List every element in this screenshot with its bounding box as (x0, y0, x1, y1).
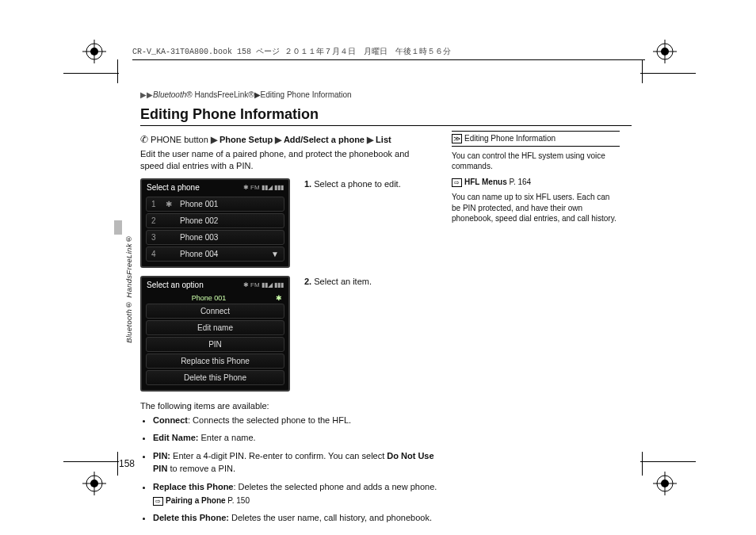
option-label: Replace this Phone (181, 357, 250, 365)
bt-icon: ✱ (166, 200, 174, 208)
running-head: ▶▶Bluetooth® HandsFreeLink®▶Editing Phon… (140, 90, 352, 99)
item-desc: Deletes the user name, call history, and… (229, 513, 432, 522)
options-list: Connect: Connects the selected phone to … (153, 414, 632, 525)
crop-br-h (640, 461, 696, 462)
register-mark-tl (82, 40, 106, 63)
list-item: Edit Name: Enter a name. (153, 431, 442, 445)
ref-page: P. 150 (227, 496, 250, 505)
breadcrumb-category-rest: ® HandsFreeLink®▶Editing Phone Informati… (186, 90, 351, 99)
note-heading: ≫Editing Phone Information (452, 131, 620, 147)
svg-point-0 (86, 44, 102, 59)
row-index: 3 (151, 233, 159, 242)
note-ref: ⇨HFL Menus P. 164 (452, 177, 620, 188)
bt-icon: ✱ (276, 294, 282, 302)
phone-row: 1✱Phone 001 (146, 197, 284, 212)
item-desc: Enter a 4-digit PIN. Re-enter to confirm… (170, 451, 387, 460)
svg-point-1 (90, 48, 98, 55)
available-heading: The following items are available: (140, 401, 632, 411)
row-label: Phone 004 (180, 250, 265, 258)
crop-tl-v (117, 59, 118, 83)
item-name: Edit Name: (153, 433, 198, 442)
reference-icon: ⇨ (452, 178, 462, 187)
option-row: Replace this Phone (146, 353, 284, 369)
step-label: Select a phone to edit. (314, 179, 400, 189)
step-1: 1. Select a phone to edit. (304, 178, 401, 190)
svg-point-5 (661, 48, 669, 55)
crop-tr-h (640, 73, 696, 74)
item-name: PIN: (153, 451, 170, 460)
step-2: 2. Select an item. (304, 276, 372, 288)
screen1-title: Select a phone (147, 183, 200, 192)
option-row: Edit name (146, 320, 284, 335)
screen2-subhead: Phone 001 (192, 294, 227, 302)
note-paragraph: You can name up to six HFL users. Each c… (452, 192, 620, 224)
scroll-down-icon: ▼ (271, 250, 279, 258)
intro-text: Edit the user name of a paired phone, an… (140, 148, 433, 172)
row-index: 1 (151, 200, 159, 208)
phone-row: 4Phone 004▼ (146, 246, 284, 262)
note-symbol-icon: ≫ (452, 134, 462, 143)
screen-select-phone: Select a phone ✱ FM ▮▮◢ ▮▮▮ 1✱Phone 001 … (140, 178, 290, 268)
note-title: Editing Phone Information (464, 134, 556, 143)
register-mark-tr (653, 40, 677, 63)
svg-point-9 (90, 480, 98, 487)
list-item: Connect: Connects the selected phone to … (153, 414, 442, 427)
item-name: Replace this Phone (153, 482, 233, 491)
ref-page: P. 164 (510, 178, 532, 186)
item-name: Connect (153, 415, 188, 425)
nav-seg-0: PHONE button (151, 135, 208, 144)
status-icons: ✱ FM ▮▮◢ ▮▮▮ (243, 184, 284, 191)
svg-point-4 (657, 44, 673, 59)
option-row: Connect (146, 304, 284, 319)
thumb-tab (114, 220, 122, 235)
file-meta: CR-V_KA-31T0A800.book 158 ページ ２０１１年７月４日 … (132, 46, 645, 57)
option-label: Connect (200, 307, 230, 315)
note-paragraph: You can control the HFL system using voi… (452, 151, 620, 172)
option-row: Delete this Phone (146, 370, 284, 385)
item-tail: to remove a PIN. (167, 464, 235, 473)
top-rule (132, 59, 645, 60)
nav-arrow-icon: ▶ (367, 135, 376, 144)
register-mark-bl (82, 472, 106, 495)
item-desc: : Connects the selected phone to the HFL… (188, 415, 351, 425)
side-notes: ≫Editing Phone Information You can contr… (452, 131, 620, 229)
crop-tr-v (642, 59, 643, 83)
crop-bl-h (63, 461, 119, 462)
list-item: PIN: Enter a 4-digit PIN. Re-enter to co… (153, 449, 442, 476)
screen-select-option: Select an option ✱ FM ▮▮◢ ▮▮▮ Phone 001 … (140, 276, 290, 392)
phone-row: 3Phone 003 (146, 230, 284, 245)
page-title: Editing Phone Information (140, 106, 632, 126)
step-label: Select an item. (314, 277, 372, 286)
cross-ref: ⇨Pairing a Phone P. 150 (153, 495, 442, 506)
svg-point-12 (657, 476, 673, 491)
breadcrumb-arrow-icon: ▶▶ (140, 90, 153, 99)
page: CR-V_KA-31T0A800.book 158 ページ ２０１１年７月４日 … (0, 0, 756, 535)
item-desc: Enter a name. (198, 433, 255, 442)
list-item: Replace this Phone: Deletes the selected… (153, 480, 442, 507)
option-label: Delete this Phone (184, 373, 246, 382)
row-index: 2 (151, 216, 159, 225)
phone-glyph-icon: ✆ (140, 134, 148, 145)
ref-title: HFL Menus (464, 178, 507, 186)
nav-arrow-icon: ▶ (211, 135, 220, 144)
option-row: PIN (146, 337, 284, 352)
item-desc: : Deletes the selected phone and adds a … (233, 482, 437, 491)
side-running-title: Bluetooth® HandsFreeLink® (124, 235, 133, 343)
step-number: 1. (304, 179, 311, 189)
breadcrumb-category-ital: Bluetooth (153, 90, 186, 99)
option-label: PIN (208, 340, 222, 349)
page-number: 158 (119, 458, 135, 469)
nav-seg-3: List (376, 135, 391, 144)
crop-tl-h (63, 73, 119, 74)
item-name: Delete this Phone: (153, 513, 229, 522)
status-icons: ✱ FM ▮▮◢ ▮▮▮ (243, 281, 284, 289)
svg-point-8 (86, 476, 102, 491)
list-item: Delete this Phone: Deletes the user name… (153, 511, 442, 525)
row-index: 4 (151, 250, 159, 258)
row-label: Phone 001 (180, 200, 279, 208)
option-label: Edit name (197, 323, 233, 332)
register-mark-br (653, 472, 677, 495)
screen2-title: Select an option (147, 281, 204, 289)
nav-arrow-icon: ▶ (275, 135, 284, 144)
step-number: 2. (304, 277, 311, 286)
